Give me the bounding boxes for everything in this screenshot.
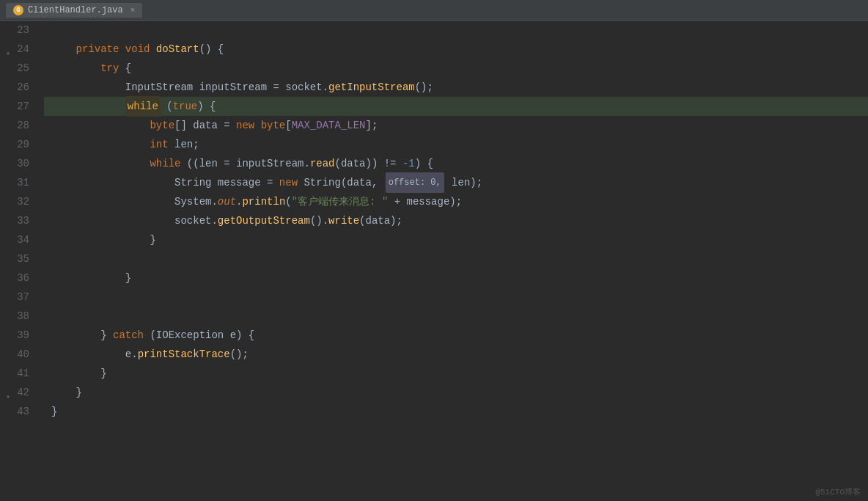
file-tab[interactable]: G ClientHandler.java × bbox=[6, 3, 142, 18]
line-number: 37 bbox=[0, 288, 37, 307]
line-number: 40 bbox=[0, 345, 37, 364]
code-line-39: } catch (IOException e) { bbox=[44, 326, 868, 345]
tab-close-icon[interactable]: × bbox=[130, 6, 136, 15]
code-line-43: } bbox=[44, 402, 868, 421]
code-line-24: private void doStart() { bbox=[44, 40, 868, 59]
code-line-26: InputStream inputStream = socket.getInpu… bbox=[44, 78, 868, 97]
code-line-33: socket.getOutputStream().write(data); bbox=[44, 211, 868, 230]
line-number: 30 bbox=[0, 154, 37, 173]
line-number: 41 bbox=[0, 364, 37, 383]
code-line-28: byte[] data = new byte[MAX_DATA_LEN]; bbox=[44, 116, 868, 135]
code-line-35 bbox=[44, 249, 868, 268]
title-bar: G ClientHandler.java × bbox=[0, 0, 868, 21]
line-number: 31 bbox=[0, 173, 37, 192]
code-line-25: try { bbox=[44, 59, 868, 78]
line-number: 23 bbox=[0, 21, 37, 40]
fold-icon[interactable]: ▾ bbox=[1, 45, 10, 54]
line-number: ▾ 42 bbox=[0, 383, 37, 402]
watermark: @51CTO博客 bbox=[815, 486, 861, 497]
code-area: private void doStart() { try { InputStre… bbox=[44, 21, 868, 501]
code-line-30: while ((len = inputStream.read(data)) !=… bbox=[44, 154, 868, 173]
code-line-29: int len; bbox=[44, 135, 868, 154]
code-line-38 bbox=[44, 307, 868, 326]
code-line-36: } bbox=[44, 268, 868, 288]
line-number: 43 bbox=[0, 402, 37, 421]
line-number: 28 bbox=[0, 116, 37, 135]
fold-icon[interactable]: ▾ bbox=[1, 388, 10, 397]
line-number: 32 bbox=[0, 192, 37, 211]
code-line-32: System.out.println("客户端传来消息: " + message… bbox=[44, 192, 868, 211]
line-number: 26 bbox=[0, 78, 37, 97]
line-number: 27 bbox=[0, 97, 37, 116]
line-number: 34 bbox=[0, 230, 37, 249]
code-line-27: while (true) { bbox=[44, 97, 868, 116]
code-line-31: String message = new String(data, offset… bbox=[44, 173, 868, 192]
line-number: 25 bbox=[0, 59, 37, 78]
tab-icon: G bbox=[13, 5, 23, 15]
line-number: 38 bbox=[0, 307, 37, 326]
code-line-42: } bbox=[44, 383, 868, 402]
line-number: ▾ 24 bbox=[0, 40, 37, 59]
line-number: 39 bbox=[0, 326, 37, 345]
line-number: 36 bbox=[0, 268, 37, 288]
tab-label: ClientHandler.java bbox=[28, 5, 123, 15]
code-line-41: } bbox=[44, 364, 868, 383]
code-line-23 bbox=[44, 21, 868, 40]
line-number: 33 bbox=[0, 211, 37, 230]
code-container: 23 ▾ 24 25 26 27 28 29 30 31 32 33 34 35… bbox=[0, 21, 868, 501]
code-line-34: } bbox=[44, 230, 868, 249]
line-number: 29 bbox=[0, 135, 37, 154]
line-number: 35 bbox=[0, 249, 37, 268]
line-numbers-gutter: 23 ▾ 24 25 26 27 28 29 30 31 32 33 34 35… bbox=[0, 21, 44, 501]
code-line-37 bbox=[44, 288, 868, 307]
code-line-40: e.printStackTrace(); bbox=[44, 345, 868, 364]
